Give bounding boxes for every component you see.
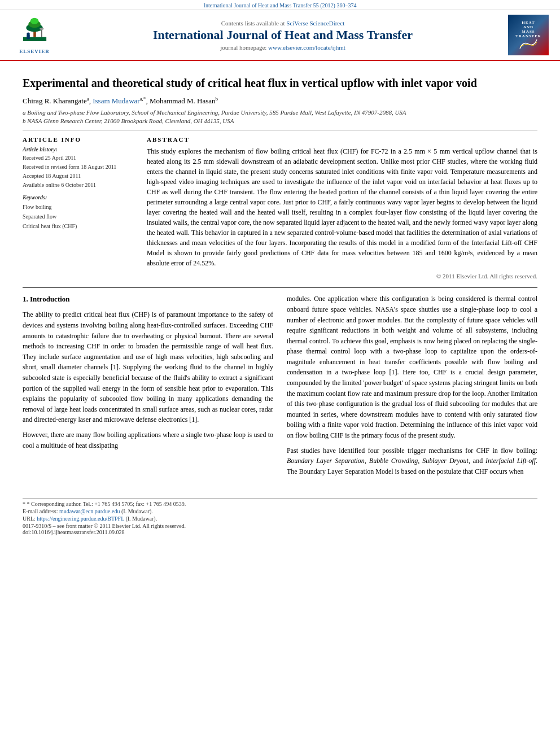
- svg-point-8: [40, 28, 43, 30]
- keywords-list: Flow boiling Separated flow Critical hea…: [23, 202, 135, 231]
- journal-logo-right: HEAT AND MASS TRANSFER: [506, 15, 551, 55]
- body-divider: [23, 287, 537, 288]
- email-label: E-mail address:: [23, 508, 58, 514]
- received-date: Received 25 April 2011: [23, 154, 135, 163]
- keyword-3: Critical heat flux (CHF): [23, 221, 135, 231]
- body-col-left: 1. Introduction The ability to predict c…: [23, 294, 273, 481]
- author-issam: Issam Mudawar: [93, 97, 139, 105]
- logo-graphic-icon: [517, 38, 540, 50]
- article-info-label: ARTICLE INFO: [23, 136, 135, 143]
- asterisk: *: [23, 501, 27, 507]
- footer-url[interactable]: https://engineering.purdue.edu/BTPFL: [37, 516, 124, 522]
- mechanism2: Bubble Crowding: [369, 457, 418, 465]
- sciverse-link[interactable]: SciVerse ScienceDirect: [286, 20, 344, 27]
- elsevier-logo-container: ELSEVIER: [9, 16, 60, 54]
- url-line: URL: https://engineering.purdue.edu/BTPF…: [23, 516, 537, 522]
- header-divider: [23, 130, 537, 130]
- mechanism3: Sublayer Dryout: [422, 457, 469, 465]
- article-dates: Received 25 April 2011 Received in revis…: [23, 154, 135, 190]
- section1-title: 1. Introduction: [23, 294, 273, 305]
- svg-rect-7: [41, 29, 42, 37]
- keywords-label: Keywords:: [23, 194, 135, 200]
- journal-title: International Journal of Heat and Mass T…: [60, 28, 506, 42]
- info-abstract-section: ARTICLE INFO Article history: Received 2…: [23, 136, 537, 279]
- article-title: Experimental and theoretical study of cr…: [23, 76, 537, 90]
- journal-homepage: journal homepage: www.elsevier.com/locat…: [60, 44, 506, 51]
- elsevier-tree-icon: [19, 16, 50, 47]
- mechanism1: Boundary Layer Separation: [287, 457, 365, 465]
- email-suffix: (I. Mudawar).: [121, 508, 153, 514]
- svg-rect-6: [27, 35, 29, 39]
- accepted-date: Accepted 18 August 2011: [23, 172, 135, 181]
- journal-citation-bar: International Journal of Heat and Mass T…: [0, 0, 560, 10]
- url-label: URL:: [23, 516, 36, 522]
- elsevier-logo: ELSEVIER: [9, 16, 60, 54]
- main-content: Experimental and theoretical study of cr…: [0, 61, 560, 492]
- body-col-right: modules. One application where this conf…: [287, 294, 537, 481]
- keyword-2: Separated flow: [23, 212, 135, 221]
- page-footer: * * Corresponding author. Tel.: +1 765 4…: [23, 498, 537, 535]
- affiliation-a: a Boiling and Two-phase Flow Laboratory,…: [23, 109, 537, 116]
- corresponding-note: * * Corresponding author. Tel.: +1 765 4…: [23, 501, 537, 507]
- journal-citation: International Journal of Heat and Mass T…: [204, 2, 357, 8]
- author-chirag: Chirag R. Kharangate: [23, 97, 87, 105]
- journal-header-center: Contents lists available at SciVerse Sci…: [60, 20, 506, 51]
- elsevier-name: ELSEVIER: [19, 49, 50, 54]
- keyword-1: Flow boiling: [23, 202, 135, 212]
- body-para4: Past studies have identified four possib…: [287, 445, 537, 477]
- email-address[interactable]: mudawar@ecn.purdue.edu: [59, 508, 120, 514]
- journal-header: ELSEVIER Contents lists available at Sci…: [0, 10, 560, 61]
- history-label: Article history:: [23, 146, 135, 152]
- email-line: E-mail address: mudawar@ecn.purdue.edu (…: [23, 508, 537, 514]
- abstract-col: ABSTRACT This study explores the mechani…: [147, 136, 537, 279]
- sciverse-text: Contents lists available at SciVerse Sci…: [60, 20, 506, 27]
- author-mohammad: Mohammad M. Hasan: [150, 97, 216, 105]
- issn-line: 0017-9310/$ – see front matter © 2011 El…: [23, 523, 537, 529]
- copyright: © 2011 Elsevier Ltd. All rights reserved…: [147, 273, 537, 279]
- body-para1: The ability to predict critical heat flu…: [23, 309, 273, 425]
- abstract-label: ABSTRACT: [147, 136, 537, 143]
- article-info-col: ARTICLE INFO Article history: Received 2…: [23, 136, 135, 279]
- journal-logo-box: HEAT AND MASS TRANSFER: [508, 15, 549, 55]
- url-suffix: (I. Mudawar).: [125, 516, 157, 522]
- svg-rect-0: [23, 37, 46, 41]
- doi-line: doi:10.1016/j.ijheatmasstransfer.2011.09…: [23, 529, 537, 535]
- svg-point-4: [30, 18, 38, 24]
- abstract-text: This study explores the mechanism of flo…: [147, 146, 537, 268]
- body-section: 1. Introduction The ability to predict c…: [23, 294, 537, 481]
- authors-line: Chirag R. Kharangatea, Issam Mudawara,*,…: [23, 96, 537, 106]
- mechanism4: Interfacial Lift-off: [485, 457, 536, 465]
- body-para3: modules. One application where this conf…: [287, 294, 537, 440]
- available-date: Available online 6 October 2011: [23, 181, 135, 190]
- affiliation-b: b NASA Glenn Research Center, 21000 Broo…: [23, 117, 537, 124]
- body-para2: However, there are many flow boiling app…: [23, 430, 273, 451]
- revised-date: Received in revised form 18 August 2011: [23, 163, 135, 172]
- homepage-url[interactable]: www.elsevier.com/locate/ijhmt: [268, 44, 345, 51]
